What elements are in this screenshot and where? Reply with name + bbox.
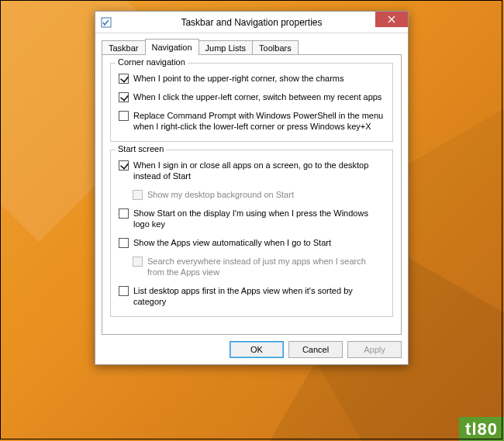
- checkbox-label: Show my desktop background on Start: [147, 189, 294, 200]
- tab-panel-navigation: Corner navigation When I point to the up…: [102, 54, 402, 335]
- window-title: Taskbar and Navigation properties: [95, 17, 408, 28]
- group-start-legend: Start screen: [116, 144, 166, 153]
- checkbox-row-start-display[interactable]: Show Start on the display I'm using when…: [119, 208, 385, 229]
- tab-navigation[interactable]: Navigation: [145, 39, 199, 55]
- apply-button: Apply: [347, 341, 402, 358]
- dialog-buttons: OK Cancel Apply: [102, 341, 402, 358]
- dialog-body: Taskbar Navigation Jump Lists Toolbars C…: [95, 33, 408, 364]
- checkbox-powershell[interactable]: [119, 111, 129, 121]
- checkbox-go-to-desktop[interactable]: [119, 160, 129, 171]
- checkbox-row-recent-apps[interactable]: When I click the upper-left corner, swit…: [119, 91, 385, 102]
- tab-taskbar[interactable]: Taskbar: [102, 40, 146, 55]
- checkbox-charms[interactable]: [119, 74, 129, 84]
- checkbox-apps-view[interactable]: [119, 238, 129, 248]
- checkbox-row-list-desktop-apps[interactable]: List desktop apps first in the Apps view…: [119, 285, 385, 307]
- close-button[interactable]: [375, 12, 408, 27]
- checkbox-label: Show the Apps view automatically when I …: [133, 237, 331, 248]
- checkbox-row-apps-view[interactable]: Show the Apps view automatically when I …: [119, 237, 385, 248]
- checkbox-row-search-everywhere: Search everywhere instead of just my app…: [133, 256, 385, 277]
- checkbox-list-desktop-apps[interactable]: [119, 286, 129, 296]
- group-corner-navigation: Corner navigation When I point to the up…: [110, 63, 393, 142]
- properties-dialog: Taskbar and Navigation properties Taskba…: [95, 11, 409, 365]
- checkbox-label: Show Start on the display I'm using when…: [133, 208, 385, 229]
- checkbox-row-powershell[interactable]: Replace Command Prompt with Windows Powe…: [119, 110, 385, 132]
- checkbox-row-go-to-desktop[interactable]: When I sign in or close all apps on a sc…: [119, 160, 385, 181]
- cancel-button[interactable]: Cancel: [288, 341, 343, 358]
- ok-button[interactable]: OK: [230, 341, 284, 358]
- tab-jump-lists[interactable]: Jump Lists: [198, 40, 254, 55]
- checkbox-row-charms[interactable]: When I point to the upper-right corner, …: [119, 73, 385, 84]
- checkbox-label: When I click the upper-left corner, swit…: [133, 91, 381, 102]
- group-start-screen: Start screen When I sign in or close all…: [110, 150, 393, 317]
- tabstrip: Taskbar Navigation Jump Lists Toolbars: [102, 38, 402, 55]
- titlebar[interactable]: Taskbar and Navigation properties: [95, 12, 408, 33]
- checkbox-label: List desktop apps first in the Apps view…: [133, 285, 385, 307]
- checkbox-desktop-background: [133, 190, 143, 200]
- checkbox-start-display[interactable]: [119, 208, 129, 219]
- tab-toolbars[interactable]: Toolbars: [252, 40, 299, 55]
- checkbox-row-desktop-background: Show my desktop background on Start: [133, 189, 385, 200]
- watermark: tl80: [459, 417, 504, 441]
- group-corner-legend: Corner navigation: [116, 57, 188, 67]
- checkbox-label: Search everywhere instead of just my app…: [147, 256, 385, 277]
- checkbox-recent-apps[interactable]: [119, 92, 129, 102]
- checkbox-search-everywhere: [133, 257, 143, 267]
- checkbox-label: When I sign in or close all apps on a sc…: [133, 160, 385, 181]
- checkbox-label: Replace Command Prompt with Windows Powe…: [133, 110, 385, 132]
- checkbox-label: When I point to the upper-right corner, …: [133, 73, 343, 84]
